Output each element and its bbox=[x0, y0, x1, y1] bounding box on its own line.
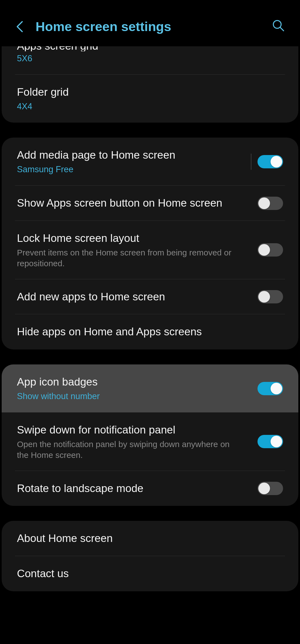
lock-layout-toggle[interactable] bbox=[258, 243, 283, 257]
rotate-landscape-title: Rotate to landscape mode bbox=[17, 481, 252, 496]
show-apps-button-row[interactable]: Show Apps screen button on Home screen bbox=[2, 186, 298, 221]
search-icon bbox=[272, 19, 285, 32]
rotate-landscape-row[interactable]: Rotate to landscape mode bbox=[2, 471, 298, 506]
settings-content: Apps screen grid 5X6 Folder grid 4X4 Add… bbox=[0, 46, 300, 591]
add-new-apps-title: Add new apps to Home screen bbox=[17, 290, 252, 304]
rotate-landscape-toggle[interactable] bbox=[258, 482, 283, 495]
add-media-page-row[interactable]: Add media page to Home screen Samsung Fr… bbox=[2, 138, 298, 186]
apps-screen-grid-row[interactable]: Apps screen grid 5X6 bbox=[2, 46, 298, 75]
folder-grid-title: Folder grid bbox=[17, 85, 278, 99]
show-apps-button-toggle[interactable] bbox=[258, 197, 283, 210]
grid-settings-group: Apps screen grid 5X6 Folder grid 4X4 bbox=[2, 46, 298, 123]
add-new-apps-toggle[interactable] bbox=[258, 290, 283, 303]
folder-grid-row[interactable]: Folder grid 4X4 bbox=[2, 75, 298, 123]
app-header: Home screen settings bbox=[0, 0, 300, 46]
lock-layout-row[interactable]: Lock Home screen layout Prevent items on… bbox=[2, 221, 298, 279]
add-media-page-toggle-wrap bbox=[251, 154, 283, 170]
apps-screen-grid-title: Apps screen grid bbox=[17, 46, 278, 51]
about-home-screen-title: About Home screen bbox=[17, 531, 278, 546]
info-group: About Home screen Contact us bbox=[2, 521, 298, 591]
svg-line-1 bbox=[280, 27, 284, 31]
search-button[interactable] bbox=[272, 19, 285, 32]
app-icon-badges-sub: Show without number bbox=[17, 391, 252, 402]
app-icon-badges-row[interactable]: App icon badges Show without number bbox=[2, 364, 298, 412]
app-icon-badges-toggle-wrap bbox=[258, 382, 283, 395]
add-media-page-sub: Samsung Free bbox=[17, 164, 245, 175]
folder-grid-value: 4X4 bbox=[17, 101, 278, 112]
swipe-notification-toggle[interactable] bbox=[258, 435, 283, 448]
show-apps-button-title: Show Apps screen button on Home screen bbox=[17, 196, 252, 210]
app-icon-badges-toggle[interactable] bbox=[258, 382, 283, 395]
apps-screen-grid-value: 5X6 bbox=[17, 53, 278, 64]
add-media-page-toggle[interactable] bbox=[258, 155, 283, 168]
app-icon-badges-title: App icon badges bbox=[17, 375, 252, 389]
lock-layout-title: Lock Home screen layout bbox=[17, 231, 252, 245]
toggle-divider bbox=[251, 154, 251, 170]
back-button[interactable] bbox=[13, 21, 26, 33]
swipe-notification-title: Swipe down for notification panel bbox=[17, 423, 252, 437]
swipe-notification-row[interactable]: Swipe down for notification panel Open t… bbox=[2, 412, 298, 471]
lock-layout-desc: Prevent items on the Home screen from be… bbox=[17, 247, 234, 269]
hide-apps-row[interactable]: Hide apps on Home and Apps screens bbox=[2, 314, 298, 349]
add-new-apps-row[interactable]: Add new apps to Home screen bbox=[2, 279, 298, 315]
swipe-notification-desc: Open the notification panel by swiping d… bbox=[17, 439, 234, 460]
chevron-left-icon bbox=[16, 21, 23, 33]
contact-us-title: Contact us bbox=[17, 567, 278, 581]
page-title: Home screen settings bbox=[36, 19, 171, 34]
hide-apps-title: Hide apps on Home and Apps screens bbox=[17, 325, 278, 339]
about-home-screen-row[interactable]: About Home screen bbox=[2, 521, 298, 556]
home-screen-options-group: Add media page to Home screen Samsung Fr… bbox=[2, 138, 298, 349]
contact-us-row[interactable]: Contact us bbox=[2, 556, 298, 591]
display-options-group: App icon badges Show without number Swip… bbox=[2, 364, 298, 506]
add-media-page-title: Add media page to Home screen bbox=[17, 148, 245, 162]
